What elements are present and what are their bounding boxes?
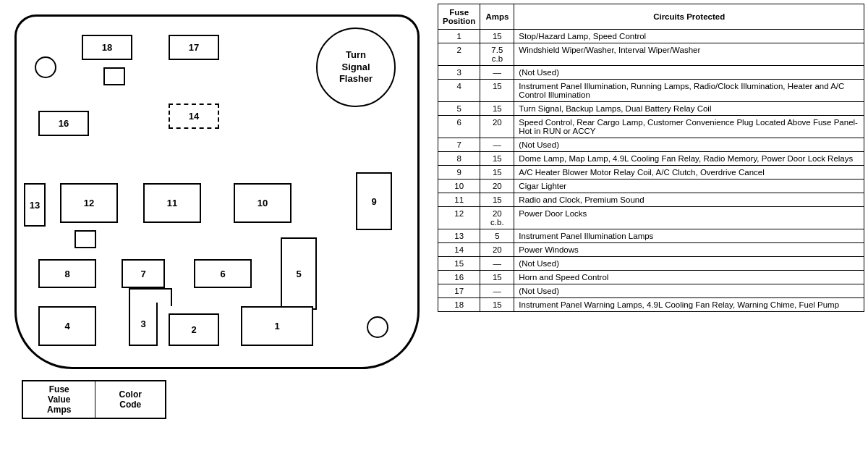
- fuse-amps-cell: —: [480, 284, 514, 298]
- fuse-11: 11: [143, 183, 201, 223]
- fuse-reference-table: FusePosition Amps Circuits Protected 115…: [438, 4, 864, 312]
- fuse-amps-cell: —: [480, 66, 514, 80]
- fuse-circuit-cell: Instrument Panel Warning Lamps, 4.9L Coo…: [514, 298, 864, 312]
- fuse-position-cell: 5: [438, 102, 480, 116]
- col-header-circuits: Circuits Protected: [514, 4, 864, 30]
- fuse-legend-table: FuseValueAmps ColorCode: [22, 380, 166, 419]
- table-row: 3—(Not Used): [438, 66, 864, 80]
- fuse-amps-cell: 7.5 c.b: [480, 43, 514, 66]
- table-row: 135Instrument Panel Illumination Lamps: [438, 229, 864, 243]
- fuse-position-cell: 14: [438, 243, 480, 257]
- fuse-position-cell: 9: [438, 166, 480, 180]
- fuse-circuit-cell: Radio and Clock, Premium Sound: [514, 193, 864, 207]
- fuse-amps-cell: 15: [480, 166, 514, 180]
- fuse-14: 14: [169, 104, 219, 129]
- fuse-position-cell: 8: [438, 152, 480, 166]
- table-row: 17—(Not Used): [438, 284, 864, 298]
- turn-signal-flasher: TurnSignalFlasher: [316, 28, 396, 107]
- fuse-amps-cell: 20: [480, 180, 514, 193]
- table-row: 915A/C Heater Blower Motor Relay Coil, A…: [438, 166, 864, 180]
- fuse-position-cell: 11: [438, 193, 480, 207]
- fuse-amps-cell: 15: [480, 152, 514, 166]
- table-row: 1420Power Windows: [438, 243, 864, 257]
- small-circle-tl: [35, 56, 56, 78]
- fuse-4: 4: [38, 306, 96, 346]
- fuse-position-cell: 12: [438, 207, 480, 229]
- fuse-amps-cell: 15: [480, 271, 514, 284]
- fuse-position-cell: 2: [438, 43, 480, 66]
- fuse-1: 1: [241, 306, 313, 346]
- col-header-amps: Amps: [480, 4, 514, 30]
- table-row: 1615Horn and Speed Control: [438, 271, 864, 284]
- fuse-diagram-panel: TurnSignalFlasher 18 17 16 14 13 12 11 1…: [0, 0, 434, 456]
- fuse-18: 18: [82, 35, 132, 60]
- fuse-amps-cell: 20: [480, 243, 514, 257]
- legend-col1-header: FuseValueAmps: [22, 381, 95, 418]
- fuse-position-cell: 18: [438, 298, 480, 312]
- fuse-position-cell: 4: [438, 80, 480, 102]
- fuse-amps-cell: 20 c.b.: [480, 207, 514, 229]
- fuse-circuit-cell: Instrument Panel Illumination, Running L…: [514, 80, 864, 102]
- fuse-position-cell: 17: [438, 284, 480, 298]
- fuse-amps-cell: —: [480, 138, 514, 152]
- fuse-circuit-cell: Power Door Locks: [514, 207, 864, 229]
- fuse-16: 16: [38, 111, 89, 136]
- fuse-5: 5: [281, 237, 317, 310]
- fuse-circuit-cell: (Not Used): [514, 138, 864, 152]
- fuse-7: 7: [122, 259, 165, 288]
- fuse-9: 9: [356, 172, 392, 230]
- fuse-amps-cell: 15: [480, 80, 514, 102]
- table-row: 27.5 c.bWindshield Wiper/Washer, Interva…: [438, 43, 864, 66]
- fuse-sub-12: [75, 230, 96, 248]
- fuse-amps-cell: 20: [480, 116, 514, 138]
- fuse-sub-18: [103, 67, 125, 85]
- table-row: 15—(Not Used): [438, 257, 864, 271]
- fuse-position-cell: 1: [438, 30, 480, 43]
- fuse-position-cell: 7: [438, 138, 480, 152]
- small-circle-br: [367, 316, 388, 338]
- fuse-position-cell: 13: [438, 229, 480, 243]
- fuse-circuit-cell: (Not Used): [514, 66, 864, 80]
- table-row: 7—(Not Used): [438, 138, 864, 152]
- fuse-circuit-cell: Power Windows: [514, 243, 864, 257]
- fuse-8: 8: [38, 259, 96, 288]
- fuse-circuit-cell: Instrument Panel Illumination Lamps: [514, 229, 864, 243]
- fuse-circuit-cell: (Not Used): [514, 257, 864, 271]
- legend-col2-header: ColorCode: [95, 381, 166, 418]
- col-header-position: FusePosition: [438, 4, 480, 30]
- fuse-amps-cell: 15: [480, 193, 514, 207]
- fuse-13: 13: [24, 183, 46, 227]
- fuse-12: 12: [60, 183, 118, 223]
- fuse-table-panel: FusePosition Amps Circuits Protected 115…: [434, 0, 868, 456]
- fuse-position-cell: 3: [438, 66, 480, 80]
- fuse-circuit-cell: Cigar Lighter: [514, 180, 864, 193]
- fuse-17: 17: [169, 35, 219, 60]
- fuse-amps-cell: 15: [480, 298, 514, 312]
- fuse-circuit-cell: Stop/Hazard Lamp, Speed Control: [514, 30, 864, 43]
- table-row: 415Instrument Panel Illumination, Runnin…: [438, 80, 864, 102]
- table-row: 620Speed Control, Rear Cargo Lamp, Custo…: [438, 116, 864, 138]
- fuse-3: 3: [129, 303, 158, 346]
- fuse-10: 10: [234, 183, 292, 223]
- fuse-position-cell: 6: [438, 116, 480, 138]
- fuse-amps-cell: —: [480, 257, 514, 271]
- table-row: 1020Cigar Lighter: [438, 180, 864, 193]
- table-row: 815Dome Lamp, Map Lamp, 4.9L Cooling Fan…: [438, 152, 864, 166]
- fuse-circuit-cell: Turn Signal, Backup Lamps, Dual Battery …: [514, 102, 864, 116]
- fuse-amps-cell: 5: [480, 229, 514, 243]
- fuse-circuit-cell: Horn and Speed Control: [514, 271, 864, 284]
- legend-container: FuseValueAmps ColorCode: [14, 380, 427, 419]
- fuse-2: 2: [169, 313, 219, 346]
- fuse-box: TurnSignalFlasher 18 17 16 14 13 12 11 1…: [14, 14, 420, 369]
- fuse-circuit-cell: (Not Used): [514, 284, 864, 298]
- fuse-amps-cell: 15: [480, 102, 514, 116]
- fuse-6: 6: [194, 259, 252, 288]
- table-row: 515Turn Signal, Backup Lamps, Dual Batte…: [438, 102, 864, 116]
- fuse-circuit-cell: Dome Lamp, Map Lamp, 4.9L Cooling Fan Re…: [514, 152, 864, 166]
- fuse-position-cell: 16: [438, 271, 480, 284]
- table-row: 1815Instrument Panel Warning Lamps, 4.9L…: [438, 298, 864, 312]
- fuse-circuit-cell: Speed Control, Rear Cargo Lamp, Customer…: [514, 116, 864, 138]
- table-row: 115Stop/Hazard Lamp, Speed Control: [438, 30, 864, 43]
- table-row: 1115Radio and Clock, Premium Sound: [438, 193, 864, 207]
- fuse-circuit-cell: Windshield Wiper/Washer, Interval Wiper/…: [514, 43, 864, 66]
